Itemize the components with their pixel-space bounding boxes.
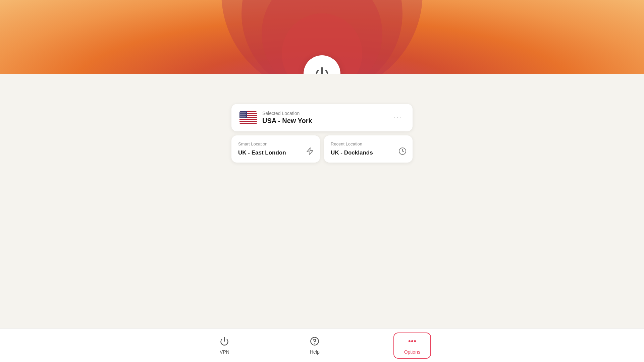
recent-location-card[interactable]: Recent Location UK - Docklands [324,135,413,163]
vpn-label: VPN [220,349,229,355]
svg-rect-5 [239,118,257,119]
svg-point-21 [412,341,413,342]
svg-rect-6 [239,120,257,121]
smart-location-name: UK - East London [238,149,313,157]
flag-container: ★★★★★★ ★★★★★ ★★★★★★ ★★★★★ ★★★★★★ ★★★★★ [239,111,257,124]
recent-location-name: UK - Docklands [331,149,406,157]
power-icon [315,66,329,74]
hero-background [0,0,644,74]
more-options-button[interactable]: ··· [391,112,405,123]
recent-location-label: Recent Location [331,141,406,146]
power-button-wrapper [304,55,340,74]
us-flag-icon: ★★★★★★ ★★★★★ ★★★★★★ ★★★★★ ★★★★★★ ★★★★★ [239,111,257,124]
vpn-power-icon [220,337,229,347]
help-icon [310,337,319,347]
selected-location-label: Selected Location [262,111,391,116]
selected-location-info: Selected Location USA - New York [262,111,391,125]
smart-location-label: Smart Location [238,141,313,146]
selected-location-card[interactable]: ★★★★★★ ★★★★★ ★★★★★★ ★★★★★ ★★★★★★ ★★★★★ S… [231,104,413,131]
nav-item-vpn[interactable]: VPN [213,334,236,357]
selected-location-name: USA - New York [262,117,391,125]
nav-item-help[interactable]: Help [303,334,326,357]
location-cards-row: Smart Location UK - East London Recent L… [231,135,413,163]
lightning-icon [306,147,314,157]
svg-marker-15 [307,148,313,155]
help-label: Help [310,349,320,355]
svg-point-20 [409,341,410,342]
power-button[interactable] [304,55,340,74]
svg-text:★★★★★: ★★★★★ [240,117,246,118]
nav-item-options[interactable]: Options [393,333,431,359]
clock-icon [398,147,407,157]
smart-location-card[interactable]: Smart Location UK - East London [231,135,320,163]
bottom-nav: VPN Help Options [0,328,644,362]
options-dots-icon [408,337,417,347]
options-label: Options [404,349,420,355]
svg-point-22 [414,341,416,342]
svg-rect-7 [239,122,257,123]
main-content: ★★★★★★ ★★★★★ ★★★★★★ ★★★★★ ★★★★★★ ★★★★★ S… [0,74,644,328]
